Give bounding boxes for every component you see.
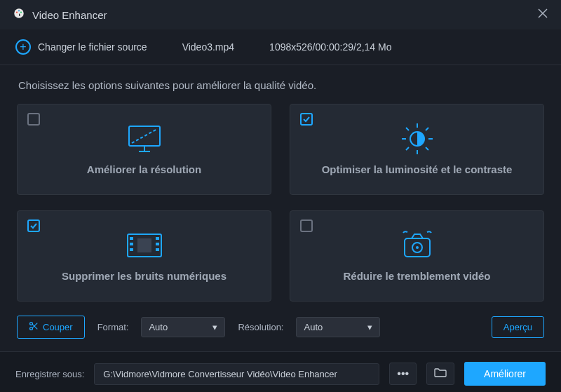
controls-row: Couper Format: Auto ▾ Résolution: Auto ▾… (0, 302, 561, 351)
resolution-ctrl-label: Résolution: (238, 322, 283, 332)
card-resolution-label: Améliorer la résolution (87, 163, 201, 177)
svg-point-1 (16, 11, 18, 13)
more-button[interactable]: ••• (389, 363, 417, 385)
change-source-label: Changer le fichier source (38, 41, 147, 53)
enhance-button[interactable]: Améliorer (464, 362, 546, 386)
cut-label: Couper (43, 322, 73, 332)
checkbox-resolution[interactable] (27, 113, 40, 126)
resolution-value: Auto (304, 322, 323, 332)
ellipsis-icon: ••• (397, 367, 409, 380)
card-brightness[interactable]: Optimiser la luminosité et le contraste (290, 104, 544, 195)
scissors-icon (29, 321, 39, 333)
checkbox-brightness[interactable] (300, 113, 313, 126)
folder-icon (434, 367, 447, 380)
svg-rect-4 (129, 126, 160, 146)
app-title: Video Enhancer (32, 9, 107, 21)
source-filename: Video3.mp4 (182, 41, 234, 53)
svg-line-16 (406, 147, 409, 150)
enhance-label: Améliorer (484, 368, 526, 379)
plus-circle-icon: + (15, 39, 31, 55)
svg-line-14 (426, 147, 428, 150)
option-cards: Améliorer la résolution (0, 104, 561, 302)
source-row: + Changer le fichier source Video3.mp4 1… (0, 29, 561, 65)
open-folder-button[interactable] (426, 363, 454, 385)
chevron-down-icon: ▾ (367, 322, 372, 332)
palette-icon (13, 7, 25, 22)
card-noise[interactable]: Supprimer les bruits numériques (17, 210, 271, 302)
svg-line-13 (406, 128, 409, 130)
format-value: Auto (149, 322, 168, 332)
svg-point-3 (20, 11, 22, 13)
change-source-button[interactable]: + Changer le fichier source (15, 39, 147, 55)
svg-rect-19 (130, 237, 133, 240)
checkbox-shake[interactable] (300, 219, 313, 232)
footer: Enregistrer sous: ••• Améliorer (0, 351, 561, 392)
checkbox-noise[interactable] (27, 219, 40, 232)
film-icon (123, 229, 165, 262)
svg-rect-21 (130, 248, 133, 251)
brightness-icon (399, 122, 435, 156)
svg-rect-20 (130, 243, 133, 245)
resolution-select[interactable]: Auto ▾ (296, 317, 380, 337)
monitor-icon (125, 122, 164, 156)
format-select[interactable]: Auto ▾ (141, 317, 225, 337)
svg-point-2 (18, 10, 20, 11)
format-label: Format: (97, 322, 129, 332)
svg-line-5 (132, 129, 157, 143)
preview-button[interactable]: Aperçu (492, 316, 544, 338)
svg-point-27 (416, 246, 419, 249)
instruction-text: Choisissez les options suivantes pour am… (0, 65, 561, 104)
card-resolution[interactable]: Améliorer la résolution (17, 104, 271, 195)
card-brightness-label: Optimiser la luminosité et le contraste (322, 163, 513, 177)
close-icon[interactable] (537, 8, 548, 22)
titlebar: Video Enhancer (0, 0, 561, 29)
card-shake-label: Réduire le tremblement vidéo (343, 269, 490, 283)
svg-rect-18 (137, 238, 151, 252)
card-shake[interactable]: Réduire le tremblement vidéo (290, 210, 544, 302)
svg-line-15 (426, 128, 428, 130)
chevron-down-icon: ▾ (212, 322, 217, 332)
camera-shake-icon (398, 229, 437, 262)
svg-rect-23 (156, 243, 159, 245)
titlebar-left: Video Enhancer (13, 7, 107, 22)
svg-rect-22 (156, 237, 159, 240)
cut-button[interactable]: Couper (17, 316, 85, 339)
source-meta: 1098x526/00:00:29/2,14 Mo (269, 41, 391, 53)
svg-rect-24 (156, 248, 159, 251)
card-noise-label: Supprimer les bruits numériques (62, 269, 227, 283)
preview-label: Aperçu (503, 322, 532, 332)
save-path-input[interactable] (94, 363, 379, 385)
save-under-label: Enregistrer sous: (15, 369, 84, 379)
